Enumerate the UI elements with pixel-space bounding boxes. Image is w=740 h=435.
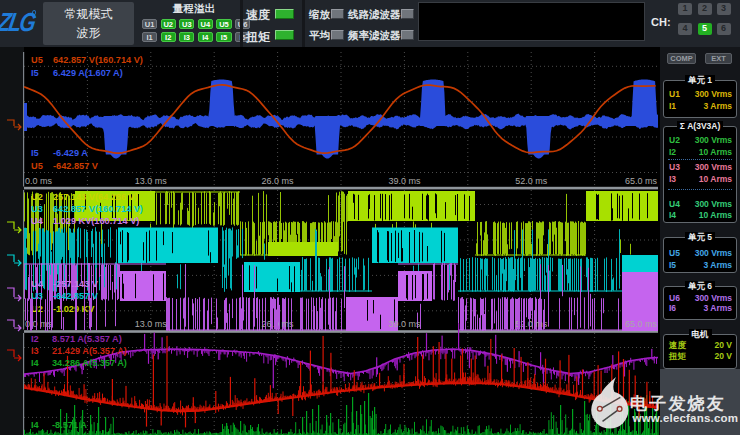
svg-text:U5: U5 bbox=[31, 161, 43, 171]
svg-text:642.857 V(160.714 V): 642.857 V(160.714 V) bbox=[53, 55, 143, 65]
svg-text:I4: I4 bbox=[31, 358, 40, 368]
svg-text:0.0 ms: 0.0 ms bbox=[25, 319, 53, 329]
svg-text:I5: I5 bbox=[31, 148, 39, 158]
svg-text:65.0 ms: 65.0 ms bbox=[625, 319, 658, 329]
svg-text:I2: I2 bbox=[31, 334, 39, 344]
svg-text:-642.857 V: -642.857 V bbox=[53, 161, 99, 171]
svg-text:U5: U5 bbox=[31, 55, 43, 65]
svg-text:26.0 ms: 26.0 ms bbox=[262, 176, 295, 186]
svg-text:39.0 ms: 39.0 ms bbox=[388, 176, 421, 186]
svg-text:39.0 ms: 39.0 ms bbox=[388, 319, 421, 329]
svg-text:U2: U2 bbox=[31, 192, 43, 202]
svg-text:www.elecfans.com: www.elecfans.com bbox=[632, 412, 739, 424]
svg-text:52.0 ms: 52.0 ms bbox=[515, 176, 548, 186]
svg-text:-6.429 A: -6.429 A bbox=[53, 148, 88, 158]
svg-text:13.0 ms: 13.0 ms bbox=[135, 319, 168, 329]
svg-text:8.571 A(5.357 A): 8.571 A(5.357 A) bbox=[52, 334, 122, 344]
svg-text:U4: U4 bbox=[31, 279, 44, 289]
svg-text:21.429 A(5.357 A): 21.429 A(5.357 A) bbox=[52, 346, 127, 356]
svg-text:257.143 V(64.286 V): 257.143 V(64.286 V) bbox=[53, 192, 138, 202]
svg-text:电子发烧友: 电子发烧友 bbox=[630, 394, 726, 413]
svg-text:I3: I3 bbox=[31, 346, 39, 356]
svg-text:65.0 ms: 65.0 ms bbox=[625, 176, 658, 186]
svg-text:I4: I4 bbox=[31, 420, 40, 430]
svg-text:U3: U3 bbox=[31, 204, 43, 214]
svg-text:1.029 KV(160.714 V): 1.029 KV(160.714 V) bbox=[53, 216, 139, 226]
svg-text:13.0 ms: 13.0 ms bbox=[135, 176, 168, 186]
svg-text:0.0 ms: 0.0 ms bbox=[25, 176, 53, 186]
svg-text:I5: I5 bbox=[31, 68, 39, 78]
svg-text:642.857 V(160.714 V): 642.857 V(160.714 V) bbox=[53, 204, 143, 214]
svg-text:52.0 ms: 52.0 ms bbox=[515, 319, 548, 329]
svg-text:U4: U4 bbox=[31, 216, 44, 226]
svg-text:-8.571 A: -8.571 A bbox=[52, 420, 87, 430]
svg-text:6.429 A(1.607 A): 6.429 A(1.607 A) bbox=[53, 68, 123, 78]
svg-text:-1.029 KV: -1.029 KV bbox=[53, 304, 95, 314]
svg-text:34.286 A(5.357 A): 34.286 A(5.357 A) bbox=[52, 358, 127, 368]
svg-text:-257.143 V: -257.143 V bbox=[53, 279, 99, 289]
